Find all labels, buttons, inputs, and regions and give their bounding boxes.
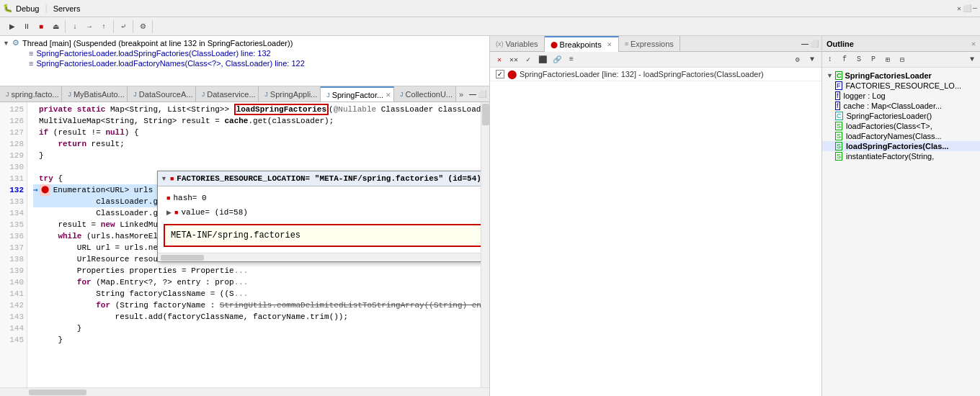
outline-class-expand-icon[interactable]: ▼ <box>827 72 833 79</box>
stack-icon-2: ≡ <box>29 59 33 68</box>
outline-constructor-icon: C <box>835 112 843 120</box>
tab-springappli[interactable]: J SpringAppli... <box>259 86 321 102</box>
suspend-button[interactable]: ⏸ <box>20 20 33 33</box>
tab-dataservice[interactable]: J Dataservice... <box>196 86 259 102</box>
outline-close-icon[interactable]: ✕ <box>971 40 976 48</box>
outline-hide-fields-button[interactable]: f <box>838 53 851 66</box>
outline-constructor[interactable]: C SpringFactoriesLoader() <box>822 111 980 121</box>
remove-all-bp-button[interactable]: ✕✕ <box>507 53 520 66</box>
stop-button[interactable]: ■ <box>35 20 48 33</box>
maximize-editor-icon[interactable]: ⬜ <box>478 90 486 98</box>
tooltip-bottom-scrollbar[interactable] <box>158 253 481 261</box>
remove-bp-button[interactable]: ✕ <box>493 53 506 66</box>
use-step-filters-button[interactable]: ⚙ <box>136 20 149 33</box>
minimize-icon[interactable]: — <box>973 4 977 13</box>
right-panel-controls: — ⬜ <box>798 36 821 51</box>
tab-dataservice-label: Dataservice... <box>207 90 255 99</box>
maximize-right-icon[interactable]: ⬜ <box>810 40 819 48</box>
outline-hide-nonpublic-button[interactable]: P <box>867 53 880 66</box>
editor-bottom-scrollbar[interactable] <box>0 387 489 396</box>
top-toolbar: 🐛 Debug | Servers ✕ ⬜ — <box>0 0 980 17</box>
outline-field-3-icon: f <box>835 102 840 110</box>
code-line-143: result.add(factoryClassName, factoryName… <box>33 311 475 323</box>
outline-hide-static-button[interactable]: S <box>852 53 865 66</box>
minimize-editor-icon[interactable]: — <box>469 90 476 98</box>
tooltip-expand-icon[interactable]: ▶ <box>166 207 172 218</box>
tooltip-value-label: value= (id=58) <box>181 207 247 218</box>
tab-springfactor-close[interactable]: ✕ <box>386 91 391 99</box>
outline-method-2[interactable]: S loadFactoryNames(Class... <box>822 131 980 141</box>
tooltip-value-icon: ■ <box>174 207 178 218</box>
bp-item-text: SpringFactoriesLoader [line: 132] - load… <box>520 70 764 78</box>
bp-checkbox[interactable]: ✓ <box>496 70 504 78</box>
close-icon[interactable]: ✕ <box>957 4 961 13</box>
tab-datasource[interactable]: J DataSourceA... <box>128 86 195 102</box>
outline-toolbar: ↕ f S P ⊞ ⊟ ▼ <box>822 52 980 68</box>
resume-button[interactable]: ▶ <box>6 20 19 33</box>
outline-method-1[interactable]: S loadFactories(Class<T>, <box>822 121 980 131</box>
link-bp-button[interactable]: 🔗 <box>551 53 564 66</box>
editor-scrollbar[interactable] <box>481 102 489 387</box>
outline-collapse-all-button[interactable]: ⊟ <box>896 53 909 66</box>
editor-tabs-bar: J spring.facto... J MyBatisAuto... J Dat… <box>0 86 489 102</box>
tab-springfactor[interactable]: J SpringFactor... ✕ <box>321 86 394 102</box>
tab-springfactor-icon: J <box>326 91 330 99</box>
bp-more-button[interactable]: ▼ <box>806 53 819 66</box>
maximize-icon[interactable]: ⬜ <box>963 4 971 13</box>
outline-method-1-text: loadFactories(Class<T>, <box>846 122 932 130</box>
tooltip-header: ▼ ■ FACTORIES_RESOURCE_LOCATION= "META-I… <box>158 171 481 186</box>
code-line-126: MultiValueMap<String, String> result = c… <box>33 115 475 127</box>
tab-expressions[interactable]: ≡ Expressions <box>619 36 680 52</box>
tab-springappli-icon: J <box>264 91 268 98</box>
breakpoints-close[interactable]: ✕ <box>607 41 612 48</box>
outline-field-2[interactable]: f logger : Log <box>822 91 980 101</box>
tab-breakpoints[interactable]: ⬤ Breakpoints ✕ <box>545 36 619 52</box>
outline-constructor-text: SpringFactoriesLoader() <box>847 112 932 120</box>
collapse-bp-button[interactable]: ≡ <box>565 53 578 66</box>
disconnect-button[interactable]: ⏏ <box>49 20 62 33</box>
outline-more-button[interactable]: ▼ <box>966 53 979 66</box>
enable-all-button[interactable]: ✓ <box>522 53 535 66</box>
tab-datasource-label: DataSourceA... <box>139 90 193 99</box>
tooltip-value-text: META-INF/spring.factories <box>171 230 300 240</box>
stack-frame-1[interactable]: ≡ SpringFactoriesLoader.loadSpringFactor… <box>3 48 486 58</box>
tab-variables[interactable]: (x) Variables <box>490 36 545 52</box>
breakpoints-content: ✓ ⬤ SpringFactoriesLoader [line: 132] - … <box>490 68 821 396</box>
outline-field-1[interactable]: F FACTORIES_RESOURCE_LO... <box>822 81 980 91</box>
breakpoints-label: Breakpoints <box>560 40 602 49</box>
bp-dot-icon: ⬤ <box>507 69 517 79</box>
stack-frame-2[interactable]: ≡ SpringFactoriesLoader.loadFactoryNames… <box>3 58 486 68</box>
minimize-right-icon[interactable]: — <box>801 40 808 48</box>
left-panel: ▼ ⚙ Thread [main] (Suspended (breakpoint… <box>0 36 490 396</box>
stack-icon-1: ≡ <box>29 49 33 58</box>
tab-collectionu[interactable]: J CollectionU... <box>394 86 456 102</box>
outline-method-2-icon: S <box>835 132 842 140</box>
tab-springappli-label: SpringAppli... <box>270 90 317 99</box>
tooltip-tree: ■ hash= 0 ▶ ■ value= (id=58) <box>161 189 481 221</box>
outline-method-3[interactable]: S loadSpringFactories(Clas... <box>822 141 980 151</box>
tab-mybatis[interactable]: J MyBatisAuto... <box>62 86 128 102</box>
expand-arrow[interactable]: ▼ <box>3 40 9 47</box>
disable-all-button[interactable]: ⬛ <box>536 53 549 66</box>
step-into-button[interactable]: ↓ <box>68 20 81 33</box>
outline-sort-button[interactable]: ↕ <box>824 53 837 66</box>
code-line-125: private static Map<String, List<String>>… <box>33 104 475 115</box>
outline-method-4[interactable]: S instantiateFactory(String, <box>822 151 980 161</box>
code-content[interactable]: private static Map<String, List<String>>… <box>27 102 481 387</box>
step-return-button[interactable]: ↑ <box>97 20 110 33</box>
bp-settings-button[interactable]: ⚙ <box>791 53 804 66</box>
tooltip-tree-icon[interactable]: ▼ <box>161 173 167 184</box>
tooltip-hash-label: hash= 0 <box>173 192 206 204</box>
breakpoints-icon: ⬤ <box>551 41 558 48</box>
more-tabs-button[interactable]: » <box>456 86 466 102</box>
breakpoint-item[interactable]: ✓ ⬤ SpringFactoriesLoader [line: 132] - … <box>490 68 821 81</box>
tooltip-value-item[interactable]: ▶ ■ value= (id=58) <box>166 205 481 220</box>
tab-spring-facto[interactable]: J spring.facto... <box>0 86 62 102</box>
outline-class-item[interactable]: ▼ C SpringFactoriesLoader <box>822 71 980 81</box>
tooltip-var-icon: ■ <box>170 173 174 184</box>
outline-field-3[interactable]: f cache : Map<ClassLoader... <box>822 101 980 111</box>
editor-scroll-thumb[interactable] <box>482 104 489 125</box>
step-over-button[interactable]: → <box>83 20 96 33</box>
drop-to-frame-button[interactable]: ⤶ <box>117 20 130 33</box>
outline-expand-all-button[interactable]: ⊞ <box>881 53 894 66</box>
